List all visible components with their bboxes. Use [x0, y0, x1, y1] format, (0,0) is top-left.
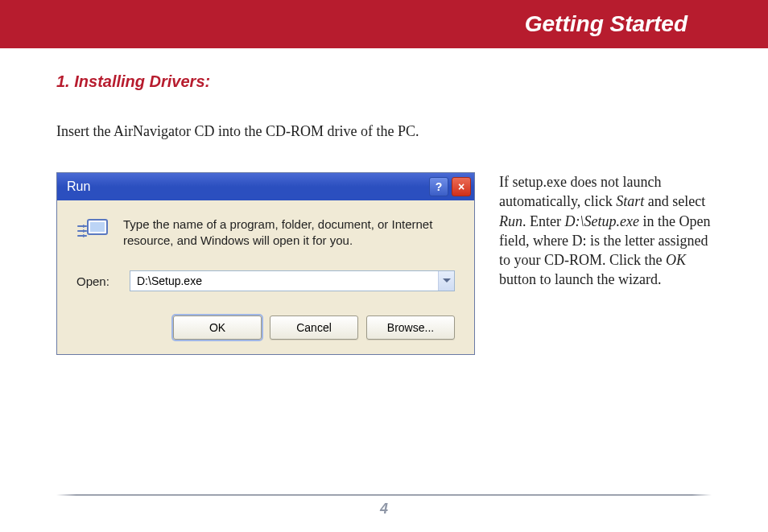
header-title: Getting Started — [525, 11, 687, 37]
two-column-layout: Run ? × — [56, 172, 712, 355]
side-text-italic: Run — [499, 213, 522, 229]
ok-button[interactable]: OK — [173, 315, 262, 340]
dialog-body: Type the name of a program, folder, docu… — [57, 200, 474, 354]
run-icon — [76, 218, 109, 244]
help-button[interactable]: ? — [429, 177, 448, 196]
browse-button[interactable]: Browse... — [366, 315, 455, 340]
close-button[interactable]: × — [452, 177, 471, 196]
cancel-button[interactable]: Cancel — [270, 315, 358, 340]
open-input[interactable] — [130, 271, 438, 291]
svg-rect-1 — [90, 222, 105, 232]
titlebar-buttons: ? × — [429, 177, 471, 196]
side-text-italic: D:\Setup.exe — [564, 213, 638, 229]
chevron-down-icon[interactable] — [438, 271, 454, 291]
open-combobox[interactable] — [130, 270, 455, 291]
section-heading: 1. Installing Drivers: — [56, 72, 712, 91]
open-label: Open: — [76, 274, 117, 288]
open-row: Open: — [76, 270, 455, 291]
run-dialog-screenshot: Run ? × — [56, 172, 475, 355]
side-paragraph: If setup.exe does not launch automatical… — [499, 172, 712, 290]
titlebar: Run ? × — [57, 173, 474, 200]
content-area: 1. Installing Drivers: Insert the AirNav… — [0, 48, 768, 355]
footer-divider — [56, 494, 712, 496]
side-text-italic: OK — [666, 252, 686, 268]
description-row: Type the name of a program, folder, docu… — [76, 217, 455, 248]
side-text-italic: Start — [616, 193, 644, 209]
page-number: 4 — [56, 501, 712, 518]
footer: 4 — [56, 494, 712, 518]
side-text-part: . Enter — [522, 213, 564, 229]
side-text-part: button to launch the wizard. — [499, 271, 661, 287]
dialog-description: Type the name of a program, folder, docu… — [123, 217, 455, 248]
dialog-button-row: OK Cancel Browse... — [76, 315, 455, 340]
side-text-part: and select — [644, 193, 705, 209]
dialog-title: Run — [67, 179, 90, 194]
intro-text: Insert the AirNavigator CD into the CD-R… — [56, 123, 712, 140]
header-band: Getting Started — [0, 0, 768, 48]
run-dialog: Run ? × — [56, 172, 475, 355]
